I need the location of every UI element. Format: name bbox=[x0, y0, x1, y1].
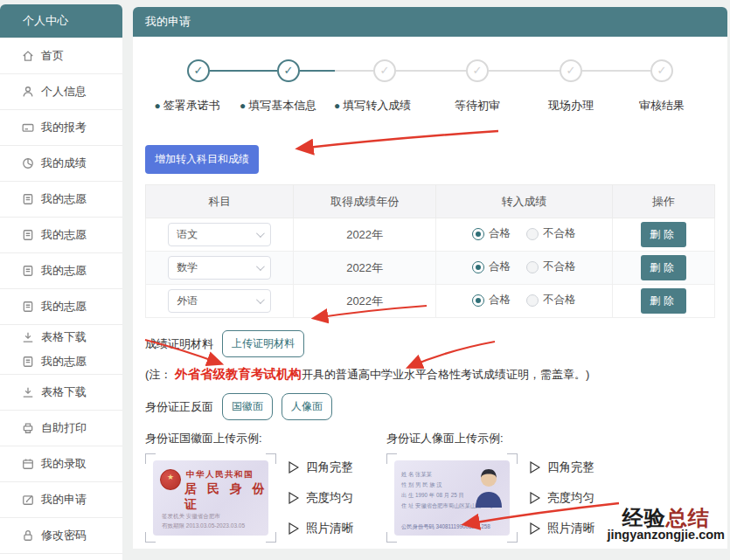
year-cell: 2022年 bbox=[294, 218, 436, 252]
printer-icon bbox=[22, 422, 34, 434]
sidebar-item-self-print[interactable]: 自助打印 bbox=[0, 410, 122, 446]
radio-icon bbox=[526, 294, 539, 307]
chevron-down-icon bbox=[256, 262, 265, 271]
upload-tips: 四角完整 亮度均匀 照片清晰 bbox=[289, 460, 353, 536]
portrait-side-button[interactable]: 人像面 bbox=[282, 393, 332, 420]
sidebar-item-profile[interactable]: 个人信息 bbox=[0, 73, 122, 109]
home-icon bbox=[22, 50, 34, 62]
upload-proof-button[interactable]: 上传证明材料 bbox=[222, 330, 304, 357]
sidebar-item-label: 我的志愿 bbox=[41, 191, 87, 207]
score-radio-group: 合格 不合格 bbox=[472, 259, 576, 274]
page-title: 我的申请 bbox=[133, 7, 727, 37]
triangle-icon bbox=[530, 461, 540, 474]
subject-select[interactable]: 数学 bbox=[168, 256, 271, 280]
step-label-3: ●填写转入成绩 bbox=[316, 98, 429, 114]
sidebar-title: 个人中心 bbox=[0, 4, 122, 38]
tip-label: 照片清晰 bbox=[306, 521, 353, 536]
table-row: 语文 2022年 合格 不合格 删除 bbox=[146, 218, 715, 252]
watermark-text-black: 经验 bbox=[622, 506, 666, 529]
doc-icon bbox=[22, 193, 34, 205]
lock-icon bbox=[22, 529, 34, 542]
step-circle-5: ✓ bbox=[560, 59, 582, 82]
table-header-row: 科目 取得成绩年份 转入成绩 操作 bbox=[146, 185, 715, 218]
fail-radio[interactable]: 不合格 bbox=[526, 259, 576, 274]
sidebar-item-form-download-1[interactable]: 表格下载 bbox=[0, 324, 122, 349]
step-circle-4: ✓ bbox=[466, 59, 489, 82]
triangle-icon bbox=[530, 522, 540, 535]
sidebar-item-home[interactable]: 首页 bbox=[0, 38, 122, 73]
step-label-6: 审核结果 bbox=[605, 98, 719, 114]
radio-icon bbox=[472, 228, 484, 240]
sidebar-item-label: 我的志愿 bbox=[41, 354, 87, 370]
radio-icon bbox=[526, 228, 539, 240]
sidebar-item-wishes-2[interactable]: 我的志愿 bbox=[0, 217, 122, 252]
step-circle-3: ✓ bbox=[373, 59, 396, 82]
radio-icon bbox=[526, 261, 539, 273]
year-cell: 2022年 bbox=[294, 285, 436, 318]
subject-select[interactable]: 语文 bbox=[168, 223, 271, 246]
column-header-subject: 科目 bbox=[146, 185, 294, 218]
subject-value: 数学 bbox=[177, 260, 198, 275]
proof-label: 成绩证明材料 bbox=[145, 336, 213, 352]
card-birth-text: 出 生 1990 年 08 月 25 日 bbox=[401, 492, 464, 500]
sidebar-item-label: 我的志愿 bbox=[41, 299, 87, 315]
table-row: 外语 2022年 合格 不合格 删除 bbox=[146, 285, 715, 318]
card-country-text: 中华人民共和国 bbox=[186, 469, 254, 480]
sidebar-item-logout[interactable]: 退出登录 bbox=[0, 553, 122, 560]
sidebar-item-label: 我的志愿 bbox=[41, 263, 87, 279]
idcard-emblem-example: 中华人民共和国 居 民 身 份 证 签发机关 安徽省合肥市 有效期限 2013.… bbox=[153, 460, 268, 536]
emblem-example-label: 身份证国徽面上传示例: bbox=[145, 431, 386, 446]
fail-radio[interactable]: 不合格 bbox=[526, 226, 576, 241]
pass-radio[interactable]: 合格 bbox=[472, 226, 511, 241]
stepper-connector bbox=[300, 70, 373, 72]
card-icon bbox=[22, 121, 34, 134]
triangle-icon bbox=[289, 492, 299, 504]
subject-select[interactable]: 外语 bbox=[168, 289, 271, 313]
pass-radio[interactable]: 合格 bbox=[472, 259, 511, 274]
pass-radio[interactable]: 合格 bbox=[472, 293, 511, 308]
delete-button[interactable]: 删除 bbox=[641, 288, 686, 314]
triangle-icon bbox=[530, 492, 540, 504]
calendar-icon bbox=[22, 458, 34, 470]
column-header-action: 操作 bbox=[612, 185, 714, 218]
chevron-down-icon bbox=[256, 229, 265, 238]
sidebar-item-application[interactable]: 我的申请 bbox=[0, 481, 122, 517]
sidebar-item-label: 首页 bbox=[41, 48, 64, 64]
sidebar-item-scores[interactable]: 我的成绩 bbox=[0, 145, 122, 181]
edit-icon bbox=[22, 494, 34, 506]
card-title-text: 居 民 身 份 证 bbox=[184, 481, 268, 513]
sidebar-item-label: 自助打印 bbox=[41, 420, 87, 436]
fail-radio[interactable]: 不合格 bbox=[526, 293, 576, 308]
add-subject-button[interactable]: 增加转入科目和成绩 bbox=[145, 145, 259, 174]
step-bullet: ● bbox=[240, 100, 246, 112]
sidebar-item-wishes-1[interactable]: 我的志愿 bbox=[0, 181, 122, 217]
score-radio-group: 合格 不合格 bbox=[472, 293, 576, 308]
download-icon bbox=[22, 331, 34, 343]
stepper-connector bbox=[582, 70, 650, 72]
sidebar-item-label: 个人信息 bbox=[41, 84, 87, 100]
doc-icon bbox=[22, 229, 34, 241]
triangle-icon bbox=[289, 461, 299, 474]
stepper-connector bbox=[210, 70, 277, 72]
chevron-down-icon bbox=[256, 295, 265, 304]
tip-label: 亮度均匀 bbox=[547, 490, 594, 506]
idcard-label: 身份证正反面 bbox=[145, 399, 213, 415]
sidebar-item-admission[interactable]: 我的录取 bbox=[0, 446, 122, 481]
tip-label: 亮度均匀 bbox=[306, 490, 353, 506]
sidebar-item-form-download-2[interactable]: 表格下载 bbox=[0, 374, 122, 410]
delete-button[interactable]: 删除 bbox=[641, 255, 686, 280]
sidebar-item-change-password[interactable]: 修改密码 bbox=[0, 517, 122, 553]
sidebar-item-wishes-5[interactable]: 我的志愿 bbox=[0, 349, 122, 374]
doc-icon bbox=[22, 356, 34, 368]
sidebar-item-wishes-3[interactable]: 我的志愿 bbox=[0, 252, 122, 288]
sidebar-item-registration[interactable]: 我的报考 bbox=[0, 109, 122, 145]
sidebar-item-label: 我的志愿 bbox=[41, 227, 87, 243]
proof-note: (注： 外省省级教育考试机构开具的普通高中学业水平合格性考试成绩证明，需盖章。) bbox=[145, 366, 715, 383]
doc-icon bbox=[22, 265, 34, 277]
emblem-card-frame: 中华人民共和国 居 民 身 份 证 签发机关 安徽省合肥市 有效期限 2013.… bbox=[145, 453, 276, 543]
sidebar-item-wishes-4[interactable]: 我的志愿 bbox=[0, 288, 122, 324]
delete-button[interactable]: 删除 bbox=[641, 222, 686, 247]
emblem-side-button[interactable]: 国徽面 bbox=[222, 393, 273, 420]
card-idnumber-text: 公民身份号码 340811199008251258 bbox=[401, 523, 490, 531]
tip-label: 四角完整 bbox=[306, 460, 353, 475]
